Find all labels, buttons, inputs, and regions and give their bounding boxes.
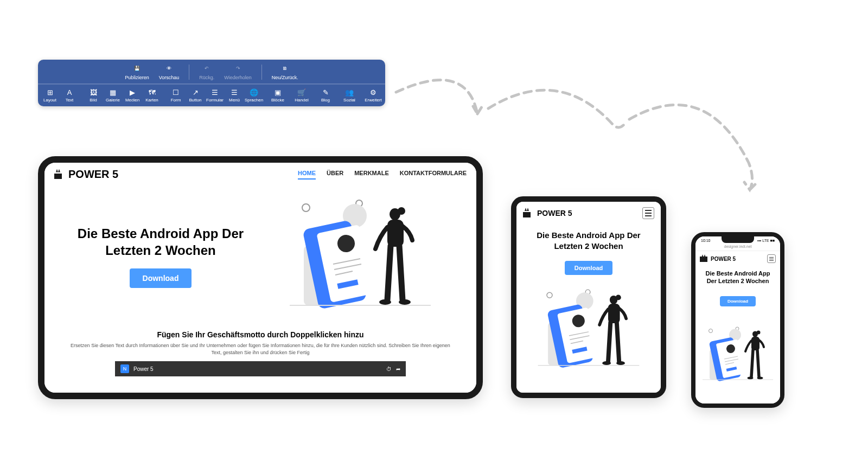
- map-icon: 🗺: [148, 88, 156, 96]
- svg-point-15: [399, 299, 411, 305]
- advanced-tool[interactable]: ⚙Erweitert: [366, 88, 381, 103]
- layout-tool[interactable]: ⊞Layout: [42, 88, 58, 103]
- globe-icon: 🌐: [250, 88, 258, 96]
- phone-notch: [722, 236, 754, 243]
- main-nav: HOME ÜBER MERKMALE KONTAKTFORMULARE: [298, 170, 467, 180]
- separator: [189, 65, 189, 80]
- blog-tool[interactable]: ✎Blog: [318, 88, 333, 103]
- download-button[interactable]: Download: [565, 261, 613, 275]
- download-button[interactable]: Download: [720, 296, 756, 306]
- motto-heading: Fügen Sie Ihr Geschäftsmotto durch Doppe…: [66, 330, 455, 339]
- toolbar-top-row: 💾Publizieren 👁Vorschau ↶Rückg. ↷Wiederho…: [38, 60, 385, 84]
- publish-button[interactable]: 💾Publizieren: [125, 64, 149, 80]
- text-icon: A: [65, 88, 74, 96]
- site-header: POWER 5: [516, 202, 661, 225]
- brand-name: POWER 5: [68, 168, 118, 181]
- social-tool[interactable]: 👥Sozial: [342, 88, 357, 103]
- blocks-icon: ▣: [273, 88, 282, 96]
- blocks-tool[interactable]: ▣Blöcke: [270, 88, 285, 103]
- svg-rect-30: [608, 304, 620, 323]
- image-tool[interactable]: 🖼Bild: [86, 88, 101, 103]
- undo-icon: ↶: [202, 64, 211, 73]
- redo-icon: ↷: [234, 64, 242, 73]
- maps-tool[interactable]: 🗺Karten: [144, 88, 159, 103]
- image-icon: 🖼: [89, 88, 98, 96]
- gallery-tool[interactable]: ▦Galerie: [105, 88, 120, 103]
- logo-icon: [523, 209, 534, 217]
- form-tool[interactable]: ☐Form: [168, 88, 183, 103]
- share-icon[interactable]: ➦: [396, 366, 400, 372]
- motto-section: Fügen Sie Ihr Geschäftsmotto durch Doppe…: [44, 327, 476, 359]
- redo-button[interactable]: ↷Wiederholen: [224, 64, 252, 80]
- hero-illustration: [538, 287, 639, 373]
- hero-section: Die Beste Android App Der Letzten 2 Woch…: [44, 186, 476, 327]
- watch-later-icon[interactable]: ⏱: [386, 366, 392, 372]
- hero-illustration: [703, 325, 773, 385]
- phone-preview: 10:10 ••• LTE ■■ designer.indi.net POWER…: [691, 232, 784, 408]
- hamburger-menu[interactable]: [642, 207, 654, 219]
- hero-text: Die Beste Android App Der Letzten 2 Woch…: [701, 270, 775, 306]
- svg-point-34: [709, 329, 713, 332]
- hero-illustration: [260, 197, 460, 316]
- hero-text: Die Beste Android App Der Letzten 2 Woch…: [526, 230, 651, 275]
- form-icon: ☐: [171, 88, 180, 96]
- logo-icon: [700, 255, 707, 262]
- commerce-tool[interactable]: 🛒Handel: [294, 88, 309, 103]
- media-tool[interactable]: ▶Medien: [125, 88, 140, 103]
- tablet-preview: POWER 5 Die Beste Android App Der Letzte…: [511, 196, 666, 398]
- editor-toolbar: 💾Publizieren 👁Vorschau ↶Rückg. ↷Wiederho…: [38, 60, 385, 106]
- video-embed[interactable]: N Power 5 ⏱ ➦: [115, 361, 406, 376]
- people-icon: 👥: [345, 88, 354, 96]
- nav-about[interactable]: ÜBER: [327, 170, 343, 180]
- svg-point-29: [616, 294, 621, 300]
- grid-icon: ▦: [108, 88, 117, 96]
- hero-section: Die Beste Android App Der Letzten 2 Woch…: [695, 266, 780, 403]
- svg-point-46: [757, 330, 761, 334]
- hero-title: Die Beste Android App Der Letzten 2 Woch…: [701, 270, 775, 285]
- toolbar-bottom-row: ⊞Layout AText 🖼Bild ▦Galerie ▶Medien 🗺Ka…: [38, 84, 385, 106]
- svg-point-32: [616, 361, 625, 365]
- formular-tool[interactable]: ☰Formular: [207, 88, 222, 103]
- menu-icon: ☰: [230, 88, 239, 96]
- menu-tool[interactable]: ☰Menü: [227, 88, 242, 103]
- new-reset-button[interactable]: 🗎Neu/Zurück.: [272, 64, 298, 80]
- site-logo[interactable]: POWER 5: [700, 255, 736, 262]
- video-title: Power 5: [133, 366, 154, 372]
- hero-title: Die Beste Android App Der Letzten 2 Woch…: [61, 225, 260, 259]
- hero-text: Die Beste Android App Der Letzten 2 Woch…: [61, 225, 260, 288]
- play-icon: ▶: [128, 88, 137, 96]
- motto-body: Ersetzen Sie diesen Text durch Informati…: [66, 342, 455, 356]
- nav-contact[interactable]: KONTAKTFORMULARE: [400, 170, 467, 180]
- text-tool[interactable]: AText: [62, 88, 77, 103]
- undo-button[interactable]: ↶Rückg.: [199, 64, 214, 80]
- pencil-icon: ✎: [321, 88, 330, 96]
- svg-point-0: [302, 204, 310, 212]
- svg-point-31: [602, 361, 611, 365]
- status-signal: ••• LTE ■■: [757, 239, 775, 242]
- site-header: POWER 5: [695, 251, 780, 266]
- svg-point-14: [379, 299, 391, 305]
- download-button[interactable]: Download: [130, 268, 192, 288]
- site-mobile: 10:10 ••• LTE ■■ designer.indi.net POWER…: [695, 236, 780, 403]
- button-tool[interactable]: ↗Button: [188, 88, 203, 103]
- status-time: 10:10: [701, 239, 711, 242]
- preview-button[interactable]: 👁Vorschau: [159, 64, 180, 80]
- languages-tool[interactable]: 🌐Sprachen: [246, 88, 261, 103]
- cart-icon: 🛒: [297, 88, 306, 96]
- hamburger-menu[interactable]: [767, 254, 776, 263]
- site-logo[interactable]: POWER 5: [54, 168, 118, 181]
- svg-point-12: [398, 207, 405, 215]
- svg-rect-47: [751, 337, 760, 350]
- nav-features[interactable]: MERKMALE: [354, 170, 389, 180]
- svg-point-17: [547, 292, 552, 298]
- site-header: POWER 5 HOME ÜBER MERKMALE KONTAKTFORMUL…: [44, 163, 476, 186]
- save-icon: 💾: [132, 64, 141, 73]
- nav-home[interactable]: HOME: [298, 170, 316, 180]
- hero-title: Die Beste Android App Der Letzten 2 Woch…: [526, 230, 651, 251]
- site-tablet: POWER 5 Die Beste Android App Der Letzte…: [516, 202, 661, 393]
- brand-name: POWER 5: [537, 209, 572, 217]
- video-badge: N: [120, 364, 129, 373]
- address-bar[interactable]: designer.indi.net: [695, 244, 780, 251]
- site-logo[interactable]: POWER 5: [523, 209, 572, 217]
- site-desktop: POWER 5 HOME ÜBER MERKMALE KONTAKTFORMUL…: [44, 163, 476, 393]
